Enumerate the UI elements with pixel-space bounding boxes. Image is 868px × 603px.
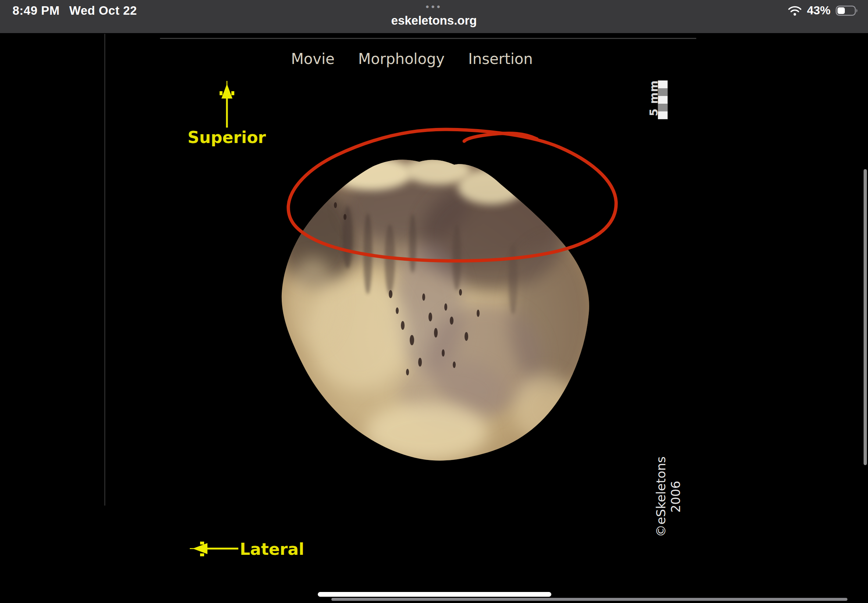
lateral-label: Lateral: [240, 540, 304, 558]
bone-texture: [276, 147, 594, 461]
status-center: ••• eskeletons.org: [391, 0, 477, 27]
wifi-icon: [788, 5, 802, 16]
scale-label: 5 mm: [647, 71, 660, 126]
status-bar: 8:49 PM Wed Oct 22 ••• eskeletons.org 43…: [0, 0, 868, 33]
clock: 8:49 PM: [12, 4, 60, 18]
status-right: 43%: [788, 4, 859, 17]
battery-icon: [836, 5, 859, 16]
ellipsis-menu-icon[interactable]: •••: [425, 2, 442, 11]
vertical-scrollbar[interactable]: [863, 169, 867, 465]
ipad-screenshot: { "status_bar": { "time": "8:49 PM", "da…: [0, 0, 868, 603]
date: Wed Oct 22: [69, 4, 137, 18]
superior-label: Superior: [187, 128, 261, 147]
page-url[interactable]: eskeletons.org: [391, 14, 477, 27]
bone-image: [0, 0, 868, 603]
status-left: 8:49 PM Wed Oct 22: [12, 4, 137, 18]
copyright-text: ©eSkeletons 2006: [654, 439, 667, 555]
horizontal-scrollbar[interactable]: [331, 598, 847, 601]
superior-arrow-icon: [220, 81, 234, 128]
battery-percent: 43%: [807, 4, 831, 17]
lateral-arrow-icon: [190, 541, 238, 556]
home-indicator[interactable]: [318, 592, 551, 597]
